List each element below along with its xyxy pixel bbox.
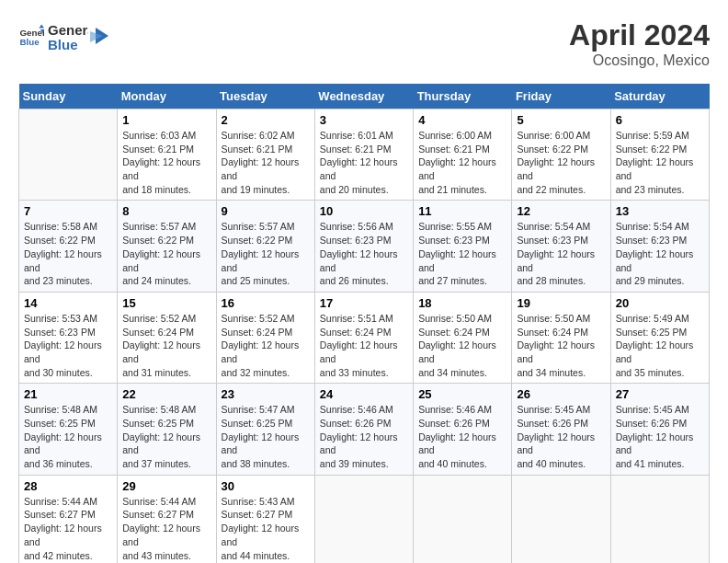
sunrise-text: Sunrise: 5:43 AM: [222, 496, 295, 507]
sunrise-text: Sunrise: 5:58 AM: [24, 221, 97, 232]
calendar-cell: [610, 475, 709, 563]
day-info: Sunrise: 5:52 AMSunset: 6:24 PMDaylight:…: [122, 312, 210, 379]
sunrise-text: Sunrise: 6:00 AM: [517, 130, 590, 141]
daylight-text: Daylight: 12 hours and: [418, 431, 496, 456]
daylight-text: Daylight: 12 hours and: [616, 156, 694, 181]
day-info: Sunrise: 5:55 AMSunset: 6:23 PMDaylight:…: [418, 220, 506, 287]
calendar-cell: 18Sunrise: 5:50 AMSunset: 6:24 PMDayligh…: [414, 292, 512, 383]
day-info: Sunrise: 5:54 AMSunset: 6:23 PMDaylight:…: [616, 220, 704, 287]
daylight-text-cont: and 38 minutes.: [222, 458, 290, 469]
daylight-text: Daylight: 12 hours and: [517, 156, 595, 181]
daylight-text-cont: and 25 minutes.: [222, 275, 290, 286]
day-info: Sunrise: 5:50 AMSunset: 6:24 PMDaylight:…: [418, 312, 506, 379]
daylight-text: Daylight: 12 hours and: [418, 339, 496, 364]
day-info: Sunrise: 6:01 AMSunset: 6:21 PMDaylight:…: [320, 129, 408, 196]
sunrise-text: Sunrise: 5:57 AM: [222, 221, 295, 232]
sunrise-text: Sunrise: 5:44 AM: [24, 496, 97, 507]
day-info: Sunrise: 5:59 AMSunset: 6:22 PMDaylight:…: [616, 129, 704, 196]
sunset-text: Sunset: 6:22 PM: [24, 235, 96, 246]
day-number: 14: [24, 296, 112, 310]
sunset-text: Sunset: 6:25 PM: [222, 418, 293, 429]
calendar-cell: 24Sunrise: 5:46 AMSunset: 6:26 PMDayligh…: [314, 384, 413, 475]
svg-text:General: General: [48, 22, 88, 38]
header: General Blue General Blue April 2024 Oco…: [18, 18, 710, 69]
daylight-text-cont: and 26 minutes.: [320, 275, 389, 286]
sunset-text: Sunset: 6:27 PM: [222, 509, 293, 520]
sunrise-text: Sunrise: 5:50 AM: [418, 313, 492, 324]
daylight-text-cont: and 24 minutes.: [122, 275, 191, 286]
daylight-text: Daylight: 12 hours and: [24, 339, 102, 364]
sunset-text: Sunset: 6:23 PM: [24, 327, 96, 338]
header-day-tuesday: Tuesday: [216, 84, 314, 109]
day-info: Sunrise: 5:51 AMSunset: 6:24 PMDaylight:…: [320, 312, 408, 379]
daylight-text: Daylight: 12 hours and: [320, 431, 398, 456]
day-info: Sunrise: 5:44 AMSunset: 6:27 PMDaylight:…: [122, 495, 210, 562]
day-number: 15: [122, 296, 210, 310]
daylight-text-cont: and 37 minutes.: [122, 458, 191, 469]
day-number: 20: [616, 296, 704, 310]
calendar-cell: 26Sunrise: 5:45 AMSunset: 6:26 PMDayligh…: [512, 384, 610, 475]
calendar-cell: 7Sunrise: 5:58 AMSunset: 6:22 PMDaylight…: [19, 201, 118, 292]
sunset-text: Sunset: 6:24 PM: [320, 327, 392, 338]
sunrise-text: Sunrise: 5:46 AM: [418, 404, 492, 415]
sunset-text: Sunset: 6:21 PM: [418, 144, 490, 155]
calendar-cell: 1Sunrise: 6:03 AMSunset: 6:21 PMDaylight…: [118, 109, 216, 201]
daylight-text-cont: and 18 minutes.: [122, 184, 191, 195]
calendar-cell: 3Sunrise: 6:01 AMSunset: 6:21 PMDaylight…: [314, 109, 413, 201]
daylight-text-cont: and 35 minutes.: [616, 367, 685, 378]
sunrise-text: Sunrise: 5:54 AM: [517, 221, 590, 232]
day-info: Sunrise: 5:45 AMSunset: 6:26 PMDaylight:…: [616, 403, 704, 470]
daylight-text: Daylight: 12 hours and: [222, 156, 300, 181]
day-info: Sunrise: 5:48 AMSunset: 6:25 PMDaylight:…: [24, 403, 112, 470]
daylight-text-cont: and 32 minutes.: [222, 367, 290, 378]
day-number: 12: [517, 204, 605, 218]
calendar-cell: 12Sunrise: 5:54 AMSunset: 6:23 PMDayligh…: [512, 201, 610, 292]
daylight-text-cont: and 41 minutes.: [616, 458, 685, 469]
day-info: Sunrise: 5:46 AMSunset: 6:26 PMDaylight:…: [320, 403, 408, 470]
daylight-text: Daylight: 12 hours and: [616, 248, 694, 273]
logo-svg: General Blue: [48, 18, 88, 53]
day-number: 6: [616, 113, 704, 127]
day-info: Sunrise: 5:50 AMSunset: 6:24 PMDaylight:…: [517, 312, 605, 379]
calendar-week-row: 21Sunrise: 5:48 AMSunset: 6:25 PMDayligh…: [19, 384, 710, 475]
day-number: 27: [616, 387, 704, 401]
daylight-text: Daylight: 12 hours and: [616, 431, 694, 456]
daylight-text: Daylight: 12 hours and: [222, 248, 300, 273]
daylight-text-cont: and 30 minutes.: [24, 367, 93, 378]
sunset-text: Sunset: 6:22 PM: [122, 235, 194, 246]
sunrise-text: Sunrise: 5:51 AM: [320, 313, 393, 324]
day-info: Sunrise: 6:00 AMSunset: 6:22 PMDaylight:…: [517, 129, 605, 196]
calendar-cell: 23Sunrise: 5:47 AMSunset: 6:25 PMDayligh…: [216, 384, 314, 475]
calendar-table: SundayMondayTuesdayWednesdayThursdayFrid…: [18, 84, 710, 563]
calendar-cell: 4Sunrise: 6:00 AMSunset: 6:21 PMDaylight…: [414, 109, 512, 201]
day-number: 24: [320, 387, 408, 401]
sunset-text: Sunset: 6:22 PM: [517, 144, 588, 155]
daylight-text-cont: and 42 minutes.: [24, 550, 93, 561]
sunrise-text: Sunrise: 5:54 AM: [616, 221, 689, 232]
header-day-friday: Friday: [512, 84, 610, 109]
day-number: 8: [122, 204, 210, 218]
sunrise-text: Sunrise: 5:46 AM: [320, 404, 393, 415]
day-number: 18: [418, 296, 506, 310]
calendar-cell: 13Sunrise: 5:54 AMSunset: 6:23 PMDayligh…: [610, 201, 709, 292]
calendar-week-row: 1Sunrise: 6:03 AMSunset: 6:21 PMDaylight…: [19, 109, 710, 201]
daylight-text-cont: and 19 minutes.: [222, 184, 290, 195]
calendar-cell: 9Sunrise: 5:57 AMSunset: 6:22 PMDaylight…: [216, 201, 314, 292]
month-title: April 2024: [569, 18, 710, 52]
daylight-text-cont: and 44 minutes.: [222, 550, 290, 561]
daylight-text-cont: and 40 minutes.: [517, 458, 586, 469]
sunset-text: Sunset: 6:24 PM: [517, 327, 588, 338]
day-number: 10: [320, 204, 408, 218]
day-number: 21: [24, 387, 112, 401]
sunset-text: Sunset: 6:26 PM: [320, 418, 392, 429]
daylight-text-cont: and 34 minutes.: [517, 367, 586, 378]
sunset-text: Sunset: 6:23 PM: [418, 235, 490, 246]
sunrise-text: Sunrise: 5:56 AM: [320, 221, 393, 232]
daylight-text: Daylight: 12 hours and: [122, 339, 200, 364]
calendar-cell: 25Sunrise: 5:46 AMSunset: 6:26 PMDayligh…: [414, 384, 512, 475]
logo-wordmark: General Blue: [48, 18, 110, 53]
daylight-text: Daylight: 12 hours and: [517, 339, 595, 364]
location-title: Ocosingo, Mexico: [569, 52, 710, 69]
day-number: 4: [418, 113, 506, 127]
day-number: 25: [418, 387, 506, 401]
